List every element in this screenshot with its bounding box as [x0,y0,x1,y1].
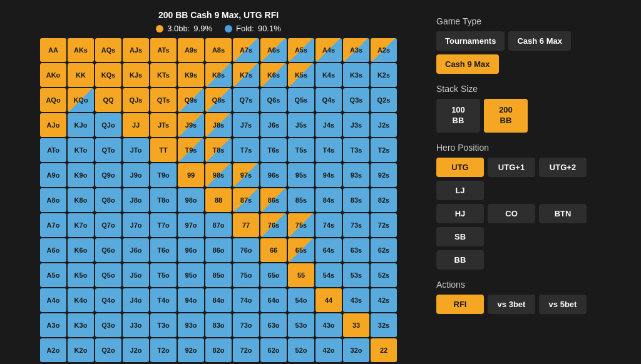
cell-64s[interactable]: 64s [315,238,342,262]
cell-a5o[interactable]: A5o [40,263,66,287]
cell-92o[interactable]: 92o [178,338,204,362]
cell-q7o[interactable]: Q7o [95,213,121,237]
cell-j2s[interactable]: J2s [371,113,397,137]
cell-ajo[interactable]: AJo [40,113,66,137]
cell-97s[interactable]: 97s [233,163,259,187]
cell-k7o[interactable]: K7o [68,213,94,237]
btn-cash6max[interactable]: Cash 6 Max [508,31,571,51]
btn-vs3bet[interactable]: vs 3bet [488,295,535,314]
cell-87o[interactable]: 87o [205,213,232,237]
btn-vs5bet[interactable]: vs 5bet [539,295,587,314]
cell-ajs[interactable]: AJs [123,38,149,62]
cell-54o[interactable]: 54o [288,288,314,312]
cell-42s[interactable]: 42s [371,288,397,312]
cell-66[interactable]: 66 [260,238,287,262]
cell-43s[interactable]: 43s [343,288,369,312]
cell-j4s[interactable]: J4s [315,113,342,137]
cell-76s[interactable]: 76s [260,213,287,237]
cell-k5o[interactable]: K5o [68,263,94,287]
cell-54s[interactable]: 54s [315,263,342,287]
cell-k2s[interactable]: K2s [371,63,397,87]
cell-t9o[interactable]: T9o [150,163,177,187]
cell-kts[interactable]: KTs [150,63,177,87]
cell-k3s[interactable]: K3s [343,63,369,87]
cell-98s[interactable]: 98s [205,163,232,187]
cell-jts[interactable]: JTs [150,113,177,137]
btn-tournaments[interactable]: Tournaments [436,31,505,51]
cell-44[interactable]: 44 [315,288,342,312]
cell-76o[interactable]: 76o [233,238,259,262]
cell-a8s[interactable]: A8s [205,38,232,62]
cell-a2o[interactable]: A2o [40,338,66,362]
cell-84s[interactable]: 84s [315,188,342,212]
cell-77[interactable]: 77 [233,213,259,237]
cell-t9s[interactable]: T9s [178,138,204,162]
cell-q5s[interactable]: Q5s [288,88,314,112]
cell-kjo[interactable]: KJo [68,113,94,137]
cell-t8s[interactable]: T8s [205,138,232,162]
cell-kjs[interactable]: KJs [123,63,149,87]
cell-kqo[interactable]: KQo [68,88,94,112]
cell-jto[interactable]: JTo [123,138,149,162]
cell-t3s[interactable]: T3s [343,138,369,162]
cell-53o[interactable]: 53o [288,313,314,337]
cell-42o[interactable]: 42o [315,338,342,362]
cell-j6s[interactable]: J6s [260,113,287,137]
btn-200bb[interactable]: 200BB [484,99,528,133]
cell-qts[interactable]: QTs [150,88,177,112]
cell-94s[interactable]: 94s [315,163,342,187]
cell-53s[interactable]: 53s [343,263,369,287]
cell-ato[interactable]: ATo [40,138,66,162]
btn-rfi[interactable]: RFI [436,295,484,314]
cell-t7s[interactable]: T7s [233,138,259,162]
cell-k8s[interactable]: K8s [205,63,232,87]
cell-a8o[interactable]: A8o [40,188,66,212]
cell-32s[interactable]: 32s [371,313,397,337]
cell-85s[interactable]: 85s [288,188,314,212]
cell-93s[interactable]: 93s [343,163,369,187]
cell-k5s[interactable]: K5s [288,63,314,87]
cell-a4o[interactable]: A4o [40,288,66,312]
cell-jj[interactable]: JJ [123,113,149,137]
cell-63s[interactable]: 63s [343,238,369,262]
cell-32o[interactable]: 32o [343,338,369,362]
cell-qq[interactable]: QQ [95,88,121,112]
cell-55[interactable]: 55 [288,263,314,287]
cell-ats[interactable]: ATs [150,38,177,62]
cell-q4s[interactable]: Q4s [315,88,342,112]
cell-t5s[interactable]: T5s [288,138,314,162]
cell-k3o[interactable]: K3o [68,313,94,337]
cell-k9o[interactable]: K9o [68,163,94,187]
cell-t2s[interactable]: T2s [371,138,397,162]
btn-utg1[interactable]: UTG+1 [488,158,535,177]
btn-hj[interactable]: HJ [436,204,484,223]
cell-j7o[interactable]: J7o [123,213,149,237]
cell-a7s[interactable]: A7s [233,38,259,62]
cell-65o[interactable]: 65o [260,263,287,287]
cell-99[interactable]: 99 [178,163,204,187]
cell-ako[interactable]: AKo [40,63,66,87]
cell-aks[interactable]: AKs [68,38,94,62]
cell-83o[interactable]: 83o [205,313,232,337]
cell-86o[interactable]: 86o [205,238,232,262]
cell-j4o[interactable]: J4o [123,288,149,312]
cell-k4s[interactable]: K4s [315,63,342,87]
cell-k2o[interactable]: K2o [68,338,94,362]
btn-co[interactable]: CO [488,204,535,223]
cell-72s[interactable]: 72s [371,213,397,237]
cell-63o[interactable]: 63o [260,313,287,337]
cell-k8o[interactable]: K8o [68,188,94,212]
cell-62o[interactable]: 62o [260,338,287,362]
cell-96s[interactable]: 96s [260,163,287,187]
cell-j9o[interactable]: J9o [123,163,149,187]
cell-kto[interactable]: KTo [68,138,94,162]
cell-85o[interactable]: 85o [205,263,232,287]
cell-74s[interactable]: 74s [315,213,342,237]
cell-52s[interactable]: 52s [371,263,397,287]
cell-j6o[interactable]: J6o [123,238,149,262]
cell-qto[interactable]: QTo [95,138,121,162]
cell-q3s[interactable]: Q3s [343,88,369,112]
cell-q6s[interactable]: Q6s [260,88,287,112]
cell-k7s[interactable]: K7s [233,63,259,87]
btn-100bb[interactable]: 100BB [436,99,480,133]
